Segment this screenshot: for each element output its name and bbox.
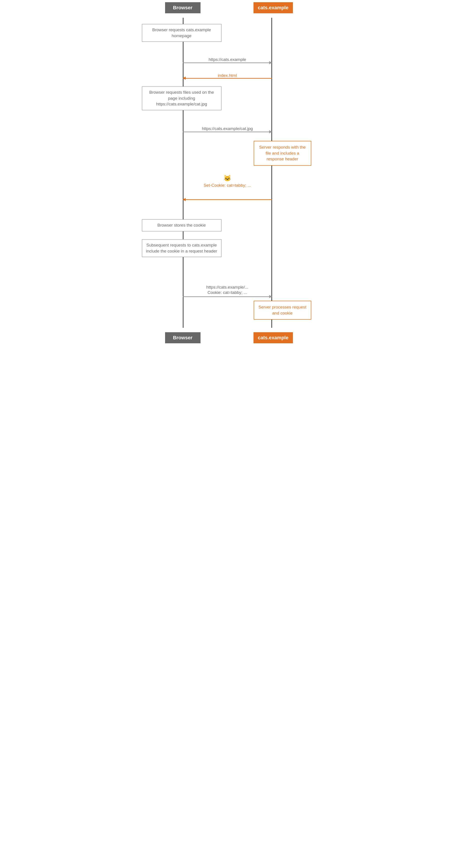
lifeline-browser (183, 18, 183, 328)
arrow-set-cookie: Set-Cookie: cat=tabby; ... (183, 183, 272, 188)
actor-browser-bottom: Browser (165, 332, 201, 343)
server-label-top: cats.example (258, 5, 289, 10)
arrow-request-homepage: https://cats.example (183, 57, 272, 63)
note-browser-stores-cookie: Browser stores the cookie (142, 219, 221, 231)
note-browser-requests-homepage: Browser requests cats.example homepage (142, 24, 221, 42)
cat-emoji: 🐱 (183, 175, 272, 182)
actor-server-top: cats.example (253, 2, 293, 13)
arrow-right-1 (183, 62, 272, 63)
arrow-label-indexhtml: index.html (218, 73, 237, 78)
lifeline-server (271, 18, 272, 328)
arrow-label-set-cookie: Set-Cookie: cat=tabby; ... (204, 183, 251, 188)
browser-label-top: Browser (173, 5, 192, 10)
note-browser-requests-files: Browser requests files used on the page … (142, 86, 221, 110)
arrow-subsequent-request: https://cats.example/... Cookie: cat=tab… (183, 285, 272, 297)
arrow-response-indexhtml: index.html (183, 73, 272, 79)
arrow-left-indexhtml (183, 78, 272, 79)
arrow-label-https-cats: https://cats.example (209, 57, 246, 62)
arrow-set-cookie-line (183, 199, 272, 200)
arrow-label-catjpg: https://cats.example/cat.jpg (202, 126, 253, 131)
note-subsequent-requests: Subsequent requests to cats.example incl… (142, 239, 221, 257)
browser-label-bottom: Browser (173, 335, 192, 340)
arrow-left-setcookie (183, 199, 272, 200)
note-server-processes: Server processes request and cookie (254, 301, 311, 319)
arrow-label-subsequent-1: https://cats.example/... (206, 285, 248, 290)
arrow-right-catjpg (183, 131, 272, 132)
arrow-right-subsequent (183, 296, 272, 297)
arrow-request-catjpg: https://cats.example/cat.jpg (183, 126, 272, 132)
note-server-responds: Server responds with the file and includ… (254, 141, 311, 166)
server-label-bottom: cats.example (258, 335, 289, 340)
sequence-diagram: Browser cats.example Browser requests ca… (139, 0, 316, 345)
actor-server-bottom: cats.example (253, 332, 293, 343)
actor-browser-top: Browser (165, 2, 201, 13)
arrow-label-subsequent-2: Cookie: cat=tabby; ... (207, 290, 247, 295)
